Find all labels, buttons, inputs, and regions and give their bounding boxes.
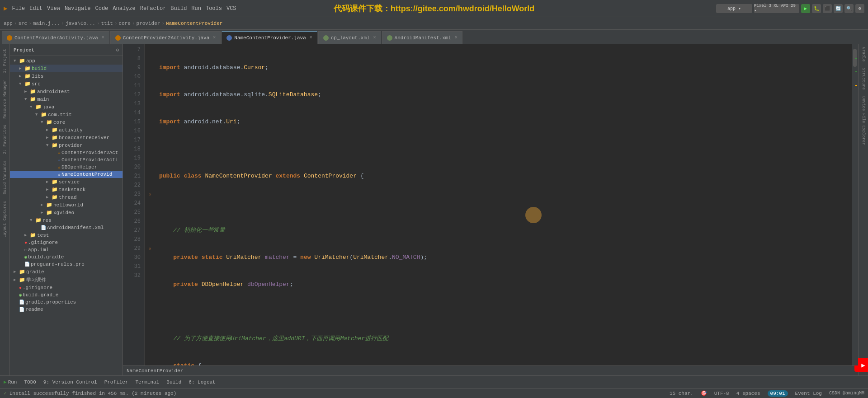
tree-item-readme[interactable]: ▶ 📄 readme — [10, 306, 123, 313]
breadcrumb-app[interactable]: app — [4, 21, 13, 26]
tree-content[interactable]: ▼ 📁 app ▶ 📁 build ▶ 📁 libs ▼ 📁 src — [10, 56, 123, 375]
app-icon[interactable]: ▶ — [4, 5, 7, 12]
tree-item-appiml[interactable]: ▶ ◻ app.iml — [10, 246, 123, 253]
gradle-tab[interactable]: Gradle — [860, 44, 867, 64]
menu-vcs[interactable]: VCS — [226, 5, 236, 12]
tree-item-manifest[interactable]: ▶ 📄 AndroidManifest.xml — [10, 224, 123, 231]
tree-item-res[interactable]: ▼ 📁 res — [10, 216, 123, 224]
breadcrumb-src[interactable]: src — [18, 21, 27, 26]
settings-button[interactable]: ⚙ — [855, 4, 864, 13]
tree-item-cp2act[interactable]: ▶ ☕ ContentProvider2Act — [10, 149, 123, 156]
tree-item-src[interactable]: ▼ 📁 src — [10, 80, 123, 88]
tree-item-proguard[interactable]: ▶ 📄 proguard-rules.pro — [10, 261, 123, 268]
tree-item-helloworld[interactable]: ▶ 📁 helloworld — [10, 201, 123, 209]
tree-item-buildgradle2[interactable]: ▶ ◉ build.gradle — [10, 291, 123, 299]
breadcrumb-provider[interactable]: provider — [137, 21, 160, 26]
breadcrumb-class[interactable]: NameContentProvider — [166, 21, 222, 26]
close-tab-2[interactable]: × — [213, 35, 216, 40]
tree-item-comttit[interactable]: ▼ 📁 com.ttit — [10, 111, 123, 118]
tree-item-app[interactable]: ▼ 📁 app — [10, 57, 123, 65]
tab-androidmanifest[interactable]: AndroidManifest.xml × — [382, 31, 462, 44]
tree-item-gitignore1[interactable]: ▶ ● .gitignore — [10, 239, 123, 246]
tree-item-broadcast[interactable]: ▶ 📁 broadcastreceiver — [10, 134, 123, 141]
tree-item-gradle-root[interactable]: ▶ 📁 gradle — [10, 268, 123, 276]
close-tab-4[interactable]: × — [373, 35, 376, 40]
favorites-btn[interactable]: 2: Favorites — [2, 122, 8, 157]
breadcrumb-java[interactable]: java\Co... — [66, 21, 95, 26]
encoding[interactable]: UTF-8 — [714, 391, 729, 396]
menu-refactor[interactable]: Refactor — [140, 5, 166, 12]
tree-item-xuexikejian[interactable]: ▶ 📁 学习课件 — [10, 276, 123, 284]
tab-namecontent-provider[interactable]: NameContentProvider.java × — [222, 31, 317, 44]
indent-info[interactable]: 4 spaces — [736, 391, 760, 396]
tree-item-namecontent[interactable]: ▶ ☕ NameContentProvid — [10, 171, 123, 178]
terminal-btn[interactable]: Terminal — [135, 379, 159, 385]
menu-tools[interactable]: Tools — [206, 5, 222, 12]
event-log[interactable]: Event Log — [795, 391, 822, 396]
tab-label-4: cp_layout.xml — [331, 35, 370, 41]
tree-item-java[interactable]: ▼ 📁 java — [10, 103, 123, 111]
profiler-btn[interactable]: Profiler — [104, 379, 128, 385]
close-tab-5[interactable]: × — [455, 35, 458, 40]
menu-edit[interactable]: Edit — [29, 5, 42, 12]
tree-item-activity[interactable]: ▶ 📁 activity — [10, 126, 123, 134]
build-variants-btn[interactable]: Build Variants — [2, 158, 8, 197]
tab-contentprovider-activity[interactable]: ContentProviderActivity.java × — [2, 31, 109, 44]
resource-manager-btn[interactable]: Resource Manager — [2, 77, 8, 121]
tree-item-dbopenhelper[interactable]: ▶ ☕ DBOpenHelper — [10, 164, 123, 171]
breadcrumb-core[interactable]: core — [119, 21, 131, 26]
debug-button[interactable]: 🐛 — [812, 4, 821, 13]
tree-item-main[interactable]: ▼ 📁 main — [10, 95, 123, 103]
tree-item-build[interactable]: ▶ 📁 build — [10, 65, 123, 72]
todo-btn[interactable]: TODO — [24, 379, 36, 385]
code-content[interactable]: import android.database.Cursor; import a… — [155, 44, 852, 365]
tree-item-core[interactable]: ▼ 📁 core — [10, 118, 123, 126]
run-bottom-btn[interactable]: ▶ Run — [4, 379, 17, 385]
breadcrumb-ttit[interactable]: ttit — [101, 21, 113, 26]
layout-captures-btn[interactable]: Layout Captures — [2, 198, 8, 240]
logcat-btn[interactable]: 6: Logcat — [189, 379, 215, 385]
code-editor[interactable]: 7 8 9 10 11 12 13 14 15 16 17 18 19 20 2… — [123, 44, 858, 375]
tab-cp-layout[interactable]: cp_layout.xml × — [318, 31, 381, 44]
tree-item-xgvideo[interactable]: ▶ 📁 xgvideo — [10, 209, 123, 216]
structure-tab[interactable]: Structure — [860, 65, 867, 93]
tree-item-androidtest[interactable]: ▶ 📁 androidTest — [10, 88, 123, 95]
tree-label-broadcast: broadcastreceiver — [59, 135, 109, 140]
run-config-dropdown[interactable]: app ▾ — [716, 4, 752, 13]
menu-build[interactable]: Build — [170, 5, 187, 12]
close-tab-1[interactable]: × — [102, 35, 104, 40]
tree-item-gitignore2[interactable]: ▶ ● .gitignore — [10, 284, 123, 291]
status-icon: ✓ — [4, 390, 7, 396]
scroll-gutter[interactable] — [852, 44, 858, 365]
breadcrumb-main[interactable]: main.j... — [33, 21, 60, 26]
tree-item-gradleprops[interactable]: ▶ 📄 gradle.properties — [10, 299, 123, 306]
run-button[interactable]: ▶ — [801, 4, 810, 13]
tree-item-libs[interactable]: ▶ 📁 libs — [10, 72, 123, 80]
search-button[interactable]: 🔍 — [844, 4, 854, 13]
tab-contentprovider2-activity[interactable]: ContentProvider2Activity.java × — [110, 31, 221, 44]
stop-button[interactable]: ⬛ — [823, 4, 832, 13]
tree-item-buildgradle1[interactable]: ▶ ◉ build.gradle — [10, 253, 123, 261]
menu-file[interactable]: File — [12, 5, 25, 12]
build-btn[interactable]: Build — [166, 379, 181, 385]
menu-navigate[interactable]: Navigate — [65, 5, 91, 12]
project-panel-btn[interactable]: 1: Project — [2, 46, 8, 76]
menu-code[interactable]: Code — [95, 5, 108, 12]
folder-icon-build: 📁 — [24, 66, 31, 71]
sync-button[interactable]: 🔄 — [834, 4, 843, 13]
tree-item-service[interactable]: ▶ 📁 service — [10, 178, 123, 186]
device-explorer-tab[interactable]: Device File Explorer — [860, 94, 867, 148]
tree-item-taskstack[interactable]: ▶ 📁 taskstack — [10, 186, 123, 193]
tree-item-provider[interactable]: ▼ 📁 provider — [10, 141, 123, 149]
tree-settings[interactable]: ⚙ — [116, 47, 119, 53]
tree-item-thread[interactable]: ▶ 📁 thread — [10, 193, 123, 201]
device-dropdown[interactable]: Pixel 3 XL API 29 ▾ — [754, 4, 799, 13]
close-tab-3[interactable]: × — [310, 35, 312, 40]
code-scroll-area[interactable]: 7 8 9 10 11 12 13 14 15 16 17 18 19 20 2… — [123, 44, 852, 365]
tree-item-cpact[interactable]: ▶ ☕ ContentProviderActi — [10, 156, 123, 164]
menu-analyze[interactable]: Analyze — [113, 5, 135, 12]
tree-item-test[interactable]: ▶ 📁 test — [10, 231, 123, 239]
menu-run[interactable]: Run — [191, 5, 201, 12]
menu-view[interactable]: View — [47, 5, 60, 12]
version-control-btn[interactable]: 9: Version Control — [43, 379, 97, 385]
